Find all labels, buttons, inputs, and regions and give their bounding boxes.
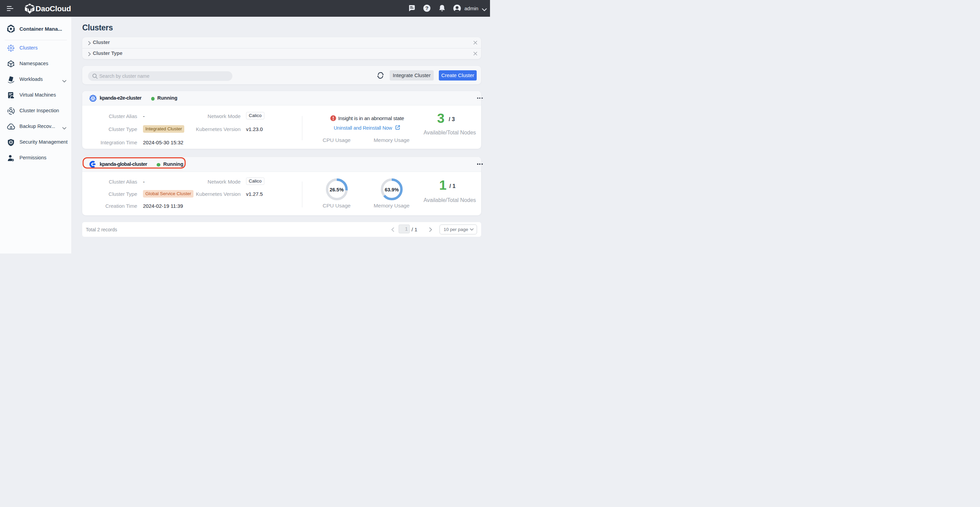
svg-text:?: ? <box>425 5 428 11</box>
